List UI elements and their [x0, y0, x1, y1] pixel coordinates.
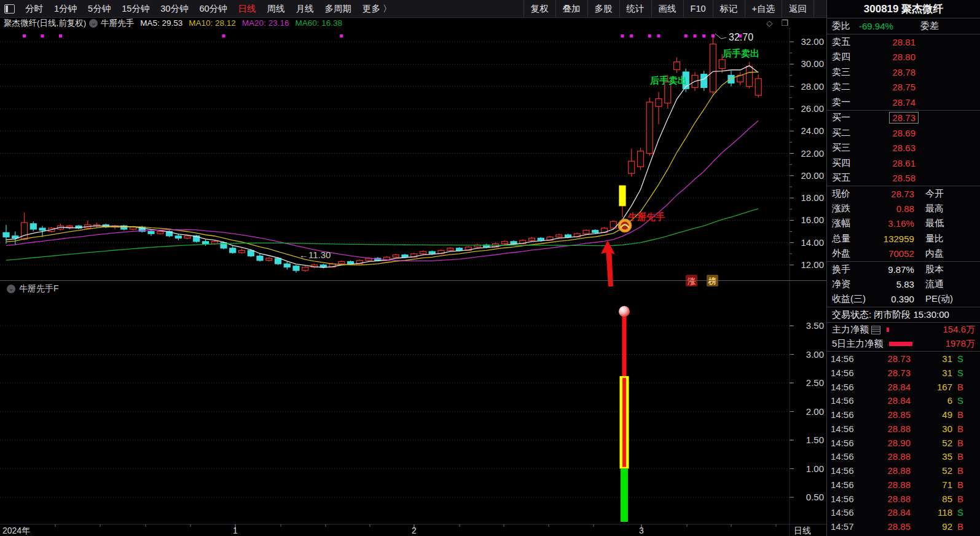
sell-signal-label: 后手卖出 — [722, 48, 759, 58]
indicator-name[interactable]: 牛掰先手 — [101, 18, 134, 29]
buy-level-label: 买五 — [832, 172, 864, 184]
toolbar-button-复权[interactable]: 复权 — [523, 0, 555, 17]
candle-body — [348, 262, 354, 264]
trade-volume: 35 — [911, 451, 952, 462]
panel-toggle-icon[interactable]: ❐ — [781, 18, 788, 28]
sell-level-row[interactable]: 卖四28.80 — [827, 50, 980, 65]
stat-label: 最低 — [925, 218, 959, 229]
signal-dot — [41, 34, 44, 37]
fund-flow-bar — [887, 328, 889, 332]
trade-volume: 85 — [911, 494, 952, 504]
toolbar-button-+自选[interactable]: +自选 — [745, 0, 782, 17]
toolbar-button-统计[interactable]: 统计 — [619, 0, 651, 17]
candle-body — [284, 264, 290, 267]
toolbar-button-叠加[interactable]: 叠加 — [555, 0, 587, 17]
chart-area[interactable]: 32.0030.0028.0026.0024.0022.0020.0018.00… — [0, 28, 826, 536]
buy-levels: 买一28.73买二28.69买三28.63买四28.61买五28.58 — [827, 110, 980, 186]
ma-label: MA5: 29.53 — [140, 18, 182, 28]
buy-level-row[interactable]: 买四28.61 — [827, 156, 980, 171]
diamond-icon[interactable]: ◇ — [766, 18, 772, 28]
candle-body — [556, 235, 562, 237]
buy-level-price: 28.73 — [864, 112, 915, 123]
buy-level-row[interactable]: 买一28.73 — [827, 111, 980, 126]
candle-body — [429, 251, 435, 254]
trade-row: 14:5628.84167B — [827, 380, 980, 394]
toolbar-button-画线[interactable]: 画线 — [651, 0, 683, 17]
candle-body — [66, 226, 73, 227]
trade-price: 28.88 — [860, 494, 911, 504]
period-tab-30分钟[interactable]: 30分钟 — [155, 3, 194, 15]
ma-label: MA60: 16.38 — [295, 18, 342, 28]
candlestick-chart[interactable]: 32.0030.0028.0026.0024.0022.0020.0018.00… — [0, 28, 826, 536]
trade-time: 14:56 — [831, 353, 860, 364]
y-axis-label: 16.00 — [801, 215, 824, 225]
tick-trade-list[interactable]: 14:5628.7331S14:5628.7331S14:5628.84167B… — [827, 351, 980, 534]
candle-body — [22, 223, 28, 239]
stat-label: 总量 — [832, 233, 871, 245]
stat-label: 内盘 — [925, 248, 959, 259]
buy-level-price: 28.63 — [864, 143, 915, 153]
trade-row: 14:5628.9052B — [827, 436, 980, 450]
trade-volume: 52 — [911, 438, 952, 448]
x-axis-year-label: 2024年 — [2, 526, 30, 535]
toolbar-button-返回[interactable]: 返回 — [782, 0, 814, 17]
period-tab-日线[interactable]: 日线 — [233, 3, 262, 15]
candle-body — [755, 79, 761, 95]
stats-block: 现价28.73今开2涨跌0.88最高3涨幅3.16%最低2总量132959量比外… — [827, 186, 980, 307]
y-axis-label: 22.00 — [801, 148, 824, 159]
detail-list-icon[interactable] — [871, 326, 880, 334]
signal-dot — [222, 34, 225, 37]
trade-time: 14:56 — [831, 424, 860, 434]
sell-level-row[interactable]: 卖二28.75 — [827, 80, 980, 95]
sell-level-price: 28.80 — [864, 52, 915, 62]
period-tab-分时[interactable]: 分时 — [20, 3, 49, 15]
sell-level-row[interactable]: 卖一28.74 — [827, 95, 980, 110]
period-tab-多周期[interactable]: 多周期 — [319, 3, 358, 15]
sell-level-row[interactable]: 卖五28.81 — [827, 34, 980, 50]
stat-label: 外盘 — [832, 248, 871, 259]
period-tab-周线[interactable]: 周线 — [262, 3, 291, 15]
stat-label: 换手 — [832, 264, 871, 275]
stat-row: 外盘70052内盘62 — [827, 246, 980, 261]
toolbar-button-F10[interactable]: F10 — [683, 0, 713, 17]
fund-flow-bar — [889, 342, 912, 346]
candle-body — [710, 44, 716, 92]
period-tab-月线[interactable]: 月线 — [291, 3, 319, 15]
buy-level-row[interactable]: 买五28.58 — [827, 171, 980, 186]
trade-time: 14:56 — [831, 465, 860, 476]
candle-body — [701, 74, 707, 88]
weibi-label: 委比 — [832, 20, 850, 32]
stat-value: 2 — [959, 189, 975, 199]
trade-volume: 6 — [911, 395, 952, 406]
period-tab-1分钟[interactable]: 1分钟 — [49, 3, 82, 15]
candle-body — [511, 242, 517, 244]
sell-level-row[interactable]: 卖三28.78 — [827, 65, 980, 80]
period-tab-60分钟[interactable]: 60分钟 — [194, 3, 232, 15]
trade-volume: 167 — [911, 382, 952, 392]
subpanel-indicator-name: 牛掰先手F — [19, 283, 59, 294]
sell-signal-label: 后手卖出 — [649, 75, 687, 85]
buy-level-row[interactable]: 买三28.63 — [827, 141, 980, 156]
candle-body — [728, 75, 734, 83]
trade-volume: 31 — [911, 368, 952, 378]
candle-body — [175, 236, 181, 238]
trade-direction: B — [952, 424, 963, 434]
ma-label: MA20: 23.16 — [242, 18, 289, 28]
layout-toggle-icon[interactable] — [4, 4, 15, 14]
candle-body — [592, 231, 598, 233]
trade-time: 14:56 — [831, 494, 860, 504]
toolbar-button-标记[interactable]: 标记 — [713, 0, 745, 17]
trade-volume: 49 — [911, 409, 952, 420]
period-tab-15分钟[interactable]: 15分钟 — [116, 3, 155, 15]
trade-volume: 118 — [911, 507, 952, 518]
chevron-down-icon[interactable]: ⌄ — [7, 285, 15, 293]
stat-value: 2 — [959, 218, 975, 229]
buy-level-row[interactable]: 买二28.69 — [827, 125, 980, 141]
chevron-down-icon[interactable]: ⌄ — [89, 19, 98, 28]
toolbar-button-多股[interactable]: 多股 — [587, 0, 619, 17]
weicha-label: 委差 — [920, 20, 939, 32]
high-price-label: 32.70 — [729, 32, 753, 42]
indicator-ball-marker — [619, 306, 630, 317]
period-tab-5分钟[interactable]: 5分钟 — [82, 3, 116, 15]
period-tab-更多 〉[interactable]: 更多 〉 — [357, 3, 398, 15]
